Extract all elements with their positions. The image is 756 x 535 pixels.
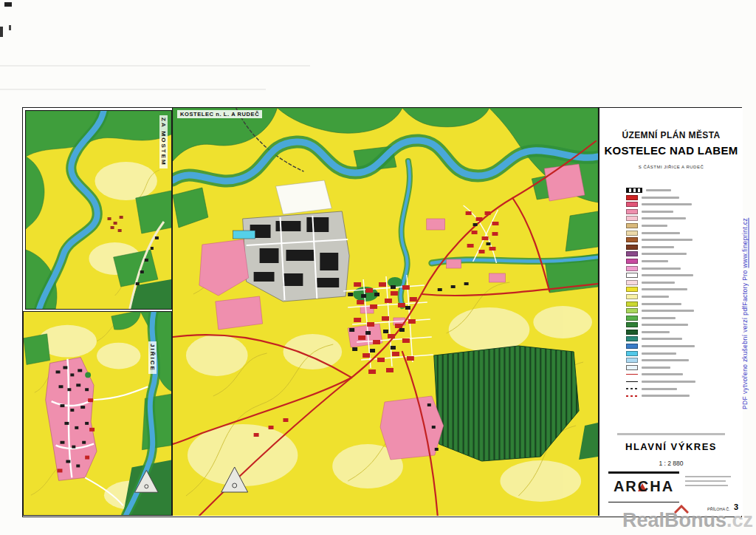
map-scale: 1 : 2 880 (599, 460, 743, 467)
legend-swatch (626, 344, 638, 349)
legend-label-placeholder (642, 246, 674, 248)
watermark-house-icon (674, 505, 689, 514)
legend-item (626, 330, 738, 335)
legend-item (626, 351, 738, 356)
legend-swatch (626, 358, 638, 363)
legend-label-placeholder (642, 239, 693, 241)
legend-label-placeholder (642, 352, 676, 355)
scan-streak (0, 65, 310, 67)
legend-item (626, 280, 738, 285)
legend-item (626, 259, 738, 264)
inset-map-jirice: JIŘICE (23, 311, 172, 516)
inset-bottom-label: JIŘICE (148, 341, 157, 374)
water-facility (233, 231, 255, 239)
legend-swatch (626, 294, 638, 299)
legend-swatch (626, 301, 638, 307)
legend-item (626, 195, 738, 200)
legend-swatch (626, 266, 638, 271)
legend-swatch (626, 322, 638, 327)
legend-item (626, 202, 738, 207)
legend-list (626, 188, 738, 401)
legend-label-placeholder (642, 317, 676, 319)
legend-swatch (626, 245, 638, 250)
scan-artifact (4, 2, 12, 7)
legend-swatch (626, 351, 638, 356)
legend-swatch (626, 336, 638, 341)
pdf-notice-link[interactable]: www.fineprint.cz (741, 217, 749, 268)
legend-item (626, 237, 738, 242)
legend-item (626, 251, 738, 256)
scan-artifact (9, 25, 11, 30)
archa-logo: ARCHA (608, 471, 679, 502)
legend-item (626, 358, 738, 363)
legend-swatch (626, 237, 638, 242)
legend-label-placeholder (646, 189, 671, 191)
legend-label-placeholder (642, 253, 687, 255)
map-sheet: ZA MOSTEM (22, 107, 742, 517)
legend-label-placeholder (642, 268, 681, 270)
drawing-title: HLAVNÍ VÝKRES (599, 441, 743, 452)
legend-item (626, 393, 738, 398)
legend-label-placeholder (642, 331, 670, 333)
legend-item (626, 188, 738, 193)
title-panel: ÚZEMNÍ PLÁN MĚSTA KOSTELEC NAD LABEM S Č… (599, 108, 743, 516)
legend-item (626, 379, 738, 384)
scan-artifact (0, 27, 3, 37)
legend-swatch (626, 209, 638, 214)
legend-item (626, 294, 738, 299)
legend-swatch (626, 202, 638, 207)
legend-item (626, 231, 738, 236)
inset-top-label: ZA MOSTEM (159, 115, 168, 168)
legend-item (626, 336, 738, 341)
legend-label-placeholder (642, 381, 695, 383)
legend-label-placeholder (642, 211, 673, 213)
legend-swatch (626, 259, 638, 264)
main-map-label: KOSTELEC n. L. A RUDEČ (177, 110, 262, 118)
legend-item (626, 308, 738, 313)
legend-item (626, 386, 738, 392)
legend-label-placeholder (642, 296, 669, 298)
archa-logo-text: ARCHA (608, 474, 679, 499)
village-green (85, 372, 91, 378)
legend-swatch (626, 365, 638, 370)
legend-item (626, 245, 738, 250)
inset-map-za-mostem: ZA MOSTEM (25, 110, 172, 310)
legend-label-placeholder (642, 282, 675, 284)
legend-label-placeholder (642, 345, 695, 347)
main-map: KOSTELEC n. L. A RUDEČ (172, 108, 599, 516)
legend-label-placeholder (642, 303, 681, 305)
main-map-graphic (173, 108, 598, 516)
legend-label-placeholder (642, 367, 670, 369)
legend-item (626, 301, 738, 307)
legend-item (626, 273, 738, 278)
legend-label-placeholder (642, 373, 683, 375)
legend-label-placeholder (642, 395, 690, 397)
legend-swatch (626, 195, 638, 200)
legend-item (626, 316, 738, 321)
legend-item (626, 372, 738, 377)
legend-label-placeholder (642, 310, 694, 312)
legend-swatch (626, 395, 638, 397)
legend-label-placeholder (642, 217, 686, 219)
studio-address-lines (685, 476, 731, 486)
copyright-note-line (617, 433, 725, 435)
legend-item (626, 344, 738, 349)
legend-item (626, 287, 738, 292)
legend-swatch (626, 251, 638, 256)
subtitle: S ČÁSTMI JIŘICE A RUDEČ (599, 165, 743, 169)
legend-label-placeholder (642, 288, 687, 290)
legend-swatch (626, 379, 638, 384)
legend-swatch (626, 273, 638, 278)
legend-label-placeholder (642, 338, 682, 340)
city-name-heading: KOSTELEC NAD LABEM (599, 144, 743, 157)
legend-swatch (626, 280, 638, 285)
legend-label-placeholder (642, 324, 688, 326)
legend-swatch (626, 316, 638, 321)
legend-item (626, 223, 738, 228)
legend-swatch (626, 223, 638, 228)
legend-swatch (626, 231, 638, 236)
legend-swatch (626, 287, 638, 292)
legend-label-placeholder (642, 260, 668, 262)
legend-swatch (626, 188, 642, 193)
legend-item (626, 216, 738, 221)
